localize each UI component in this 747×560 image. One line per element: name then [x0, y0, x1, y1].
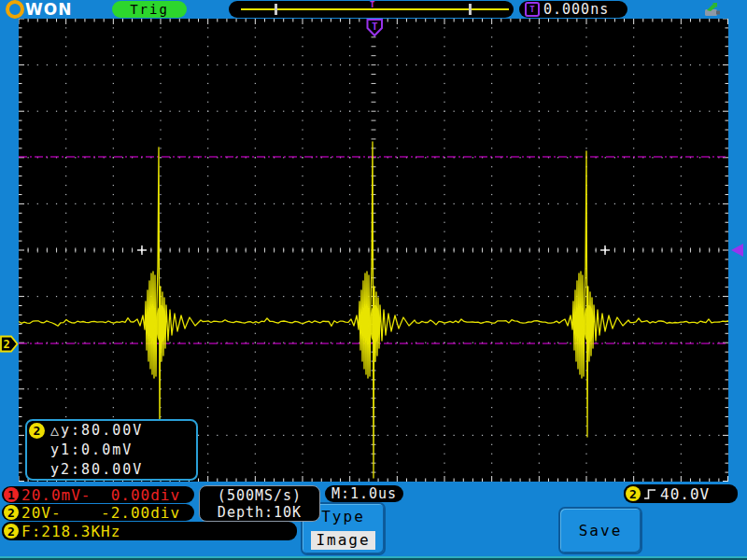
trigger-time-value: 0.000ns — [543, 1, 609, 18]
trigger-position-shield-icon[interactable]: T — [366, 19, 384, 37]
trigger-status-badge: Trig — [112, 1, 187, 18]
rising-edge-icon — [643, 487, 657, 501]
trigger-channel-badge: 2 — [626, 486, 641, 501]
type-button-label: Type — [321, 508, 365, 525]
timebase-readout: M:1.0us — [331, 485, 397, 502]
save-button-label: Save — [579, 522, 623, 539]
acquisition-box: (500MS/s) Depth:10K — [199, 485, 320, 522]
channel2-readout: 20V- -2.00div — [21, 504, 180, 522]
waveform-display — [19, 19, 728, 482]
window-bracket-right-icon[interactable] — [469, 4, 472, 15]
logo-text: WON — [25, 0, 72, 19]
brand-logo: WON — [6, 1, 72, 18]
window-bracket-left-icon[interactable] — [275, 4, 277, 15]
channel2-zero-marker[interactable]: 2 — [0, 335, 19, 353]
channel1-badge: 1 — [4, 487, 19, 502]
bottom-strip — [0, 556, 747, 560]
record-depth: Depth:10K — [218, 504, 302, 521]
measure-y2: y2:80.00V — [50, 461, 143, 478]
channel1-readout: 20.0mV- 0.00div — [21, 486, 180, 504]
sample-rate: (500MS/s) — [218, 487, 302, 504]
measure-delta-y: △y:80.00V — [50, 422, 143, 439]
graticule — [19, 19, 728, 482]
svg-text:2: 2 — [3, 338, 9, 351]
record-trigger-marker[interactable]: T — [370, 0, 374, 9]
measure-channel-badge: 2 — [29, 423, 45, 439]
measure-y1: y1:0.0mV — [50, 441, 133, 458]
svg-text:T: T — [372, 21, 378, 33]
frequency-readout: F:218.3KHz — [21, 523, 120, 540]
logo-ring-icon — [6, 0, 24, 19]
trigger-time-icon: T — [525, 2, 540, 17]
save-button[interactable]: Save — [558, 507, 642, 554]
trigger-level-arrow-icon[interactable] — [731, 244, 743, 257]
type-button-value: Image — [311, 531, 374, 550]
channel1-readout-pill: 1 20.0mV- 0.00div — [2, 486, 194, 503]
channel2-badge: 2 — [4, 505, 19, 520]
record-position-bar: T — [229, 1, 514, 18]
timebase-pill: M:1.0us — [325, 485, 403, 502]
usb-icon — [702, 2, 723, 18]
channel2-readout-pill: 2 20V- -2.00div — [2, 504, 194, 521]
trigger-level-value: 40.0V — [660, 485, 710, 503]
frequency-channel-badge: 2 — [4, 524, 19, 539]
cursor-measure-box: 2 △y:80.00V y1:0.0mV y2:80.00V — [25, 419, 198, 481]
frequency-readout-pill: 2 F:218.3KHz — [2, 522, 297, 540]
trigger-time-pill: T 0.000ns — [519, 1, 627, 18]
trigger-level-pill: 2 40.0V — [624, 484, 738, 503]
